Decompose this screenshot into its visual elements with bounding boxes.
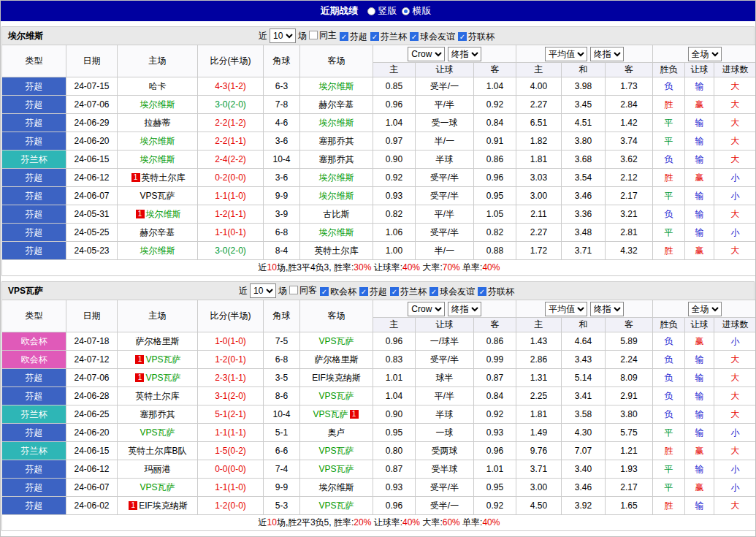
odds-handicap: 半/一 xyxy=(416,132,474,151)
filter-checkbox[interactable]: ✓欧会杯 xyxy=(320,286,356,298)
result-handicap: 输 xyxy=(685,497,714,515)
avg-away: 2.84 xyxy=(606,96,653,114)
odds-company-select[interactable]: Crow xyxy=(408,302,445,316)
scope-select[interactable]: 全场 xyxy=(688,302,722,316)
radio-label: 横版 xyxy=(413,4,432,18)
avg-draw: 5.14 xyxy=(562,369,606,387)
view-mode-radio[interactable]: 横版 xyxy=(402,4,432,18)
odds-time-select[interactable]: 终指 xyxy=(448,302,481,316)
summary-segment: 40% xyxy=(482,517,500,528)
summary-segment: 40% xyxy=(402,517,420,528)
match-type: 芬超 xyxy=(2,242,66,260)
odds-time-select[interactable]: 终指 xyxy=(448,47,481,61)
match-score: 2-2(1-1) xyxy=(198,132,264,151)
column-header: 类型 xyxy=(2,45,66,77)
avg-draw: 4.51 xyxy=(562,114,606,132)
recent-count-select[interactable]: 10 xyxy=(270,28,296,43)
summary-segment: 40% xyxy=(482,262,500,273)
column-subheader: 让球 xyxy=(416,318,474,332)
scope-select[interactable]: 全场 xyxy=(688,47,722,61)
checkbox-icon: ✓ xyxy=(478,287,486,296)
scope-select-group: 全场 xyxy=(653,300,756,318)
filter-checkbox[interactable]: 同客 xyxy=(289,284,317,297)
filter-checkbox[interactable]: ✓芬联杯 xyxy=(458,31,495,43)
avg-away: 2.24 xyxy=(606,351,653,369)
column-subheader: 和 xyxy=(562,63,606,77)
filter-checkbox[interactable]: ✓芬联杯 xyxy=(478,286,514,298)
result-goals: 大 xyxy=(714,132,756,151)
result-handicap: 输 xyxy=(685,405,714,424)
result-outcome: 胜 xyxy=(653,442,685,460)
result-goals: 小 xyxy=(714,187,756,205)
team-label: VPS瓦萨 xyxy=(140,482,175,492)
team-section-away: VPS瓦萨 近 10 场 同客✓欧会杯✓芬超✓芬兰杯✓球会友谊✓芬联杯 类型日期… xyxy=(1,281,755,531)
corner-score: 8-4 xyxy=(264,242,300,260)
home-team: 埃尔维斯 xyxy=(118,132,198,151)
team-label: VPS瓦萨 xyxy=(145,373,180,383)
column-header: 日期 xyxy=(66,300,118,332)
avg-home: 1.82 xyxy=(516,132,562,151)
match-date: 24-07-15 xyxy=(66,77,118,96)
home-team: 英特土尔库 xyxy=(118,387,198,405)
match-date: 24-06-07 xyxy=(66,187,118,205)
odds-company-select[interactable]: Crow xyxy=(408,47,445,61)
match-date: 24-06-29 xyxy=(66,114,118,132)
checkbox-label: 芬联杯 xyxy=(488,286,514,298)
column-subheader: 主 xyxy=(373,63,416,77)
team-label: 埃尔维斯 xyxy=(146,209,181,219)
filter-checkbox[interactable]: ✓芬兰杯 xyxy=(370,31,407,43)
average-select[interactable]: 平均值 xyxy=(545,47,587,61)
odds-away: 0.92 xyxy=(474,497,516,515)
column-subheader: 主 xyxy=(373,318,416,332)
filter-games-label: 场 xyxy=(298,30,307,42)
avg-away: 3.62 xyxy=(606,151,653,169)
match-row: 芬超24-06-021EIF埃克纳斯1-2(0-0)5-3VPS瓦萨0.96受半… xyxy=(2,497,756,515)
match-row: 芬超24-06-28英特土尔库3-1(2-0)8-6VPS瓦萨1.04平/半0.… xyxy=(2,387,756,405)
team-label: VPS瓦萨 xyxy=(318,391,354,401)
home-team: 拉赫蒂 xyxy=(118,114,198,132)
avg-away: 1.93 xyxy=(606,460,653,479)
result-goals: 小 xyxy=(714,332,756,351)
summary-segment: 大率: xyxy=(420,517,443,528)
match-row: 芬超24-06-12玛丽港0-0(0-0)7-4VPS瓦萨0.87受半球1.01… xyxy=(2,460,756,479)
filter-checkbox[interactable]: ✓球会友谊 xyxy=(429,286,475,298)
column-subheader: 胜负 xyxy=(653,63,685,77)
odds-away: 0.95 xyxy=(474,479,516,497)
checkbox-label: 芬联杯 xyxy=(468,31,495,43)
avg-home: 1.31 xyxy=(516,369,562,387)
avg-draw: 3.45 xyxy=(562,96,606,114)
avg-draw: 7.07 xyxy=(562,442,606,460)
avg-draw: 3.58 xyxy=(562,405,606,424)
team-label: 古比斯 xyxy=(324,209,350,219)
average-select[interactable]: 平均值 xyxy=(545,302,587,316)
filter-checkbox[interactable]: 同主 xyxy=(309,29,337,42)
view-mode-radio[interactable]: 竖版 xyxy=(367,4,397,18)
odds-home: 0.95 xyxy=(373,424,416,442)
result-handicap: 输 xyxy=(685,351,714,369)
match-type: 芬兰杯 xyxy=(2,442,66,460)
checkbox-label: 球会友谊 xyxy=(420,31,455,43)
result-outcome: 负 xyxy=(653,387,685,405)
match-row: 芬超24-07-06埃尔维斯3-0(2-0)7-8赫尔辛基0.96平/半0.92… xyxy=(2,96,756,114)
match-score: 1-2(0-0) xyxy=(198,497,264,515)
team-label: 埃尔维斯 xyxy=(140,136,175,146)
match-row: 芬兰杯24-06-25塞那乔其5-1(2-1)10-4VPS瓦萨10.90半球0… xyxy=(2,405,756,424)
corner-score: 4-6 xyxy=(264,114,300,132)
odds-handicap: 受平/半 xyxy=(416,169,474,187)
odds-home: 0.93 xyxy=(373,187,416,205)
corner-score: 10-4 xyxy=(264,405,300,424)
odds-home: 0.92 xyxy=(373,169,416,187)
radio-label: 竖版 xyxy=(378,4,397,18)
filter-checkbox[interactable]: ✓芬超 xyxy=(359,286,387,298)
filter-checkbox[interactable]: ✓芬兰杯 xyxy=(390,286,427,298)
home-team: VPS瓦萨 xyxy=(118,479,198,497)
average-time-select[interactable]: 终指 xyxy=(590,302,624,316)
filter-checkbox[interactable]: ✓球会友谊 xyxy=(410,31,455,43)
odds-home: 0.93 xyxy=(373,479,416,497)
match-row: 芬兰杯24-06-15英特土尔库B队1-5(0-2)6-6VPS瓦萨0.80受两… xyxy=(2,442,756,460)
odds-handicap: 平/半 xyxy=(416,205,474,224)
team-label: EIF埃克纳斯 xyxy=(312,373,361,383)
filter-checkbox[interactable]: ✓芬超 xyxy=(340,31,367,43)
average-time-select[interactable]: 终指 xyxy=(590,47,624,61)
recent-count-select[interactable]: 10 xyxy=(250,283,276,298)
